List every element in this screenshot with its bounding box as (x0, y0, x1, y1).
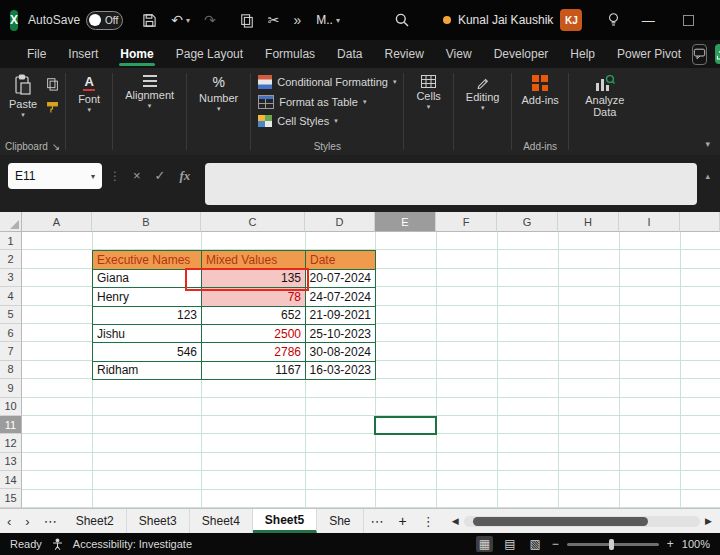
excel-logo-icon[interactable]: X (10, 10, 18, 31)
conditional-formatting-menu[interactable]: Conditional Formatting ▾ (254, 74, 400, 90)
column-header-B[interactable]: B (92, 212, 201, 232)
share-button[interactable] (715, 44, 720, 64)
selected-cell-E11[interactable] (374, 416, 437, 436)
collapse-formula-bar-icon[interactable]: ▴ (705, 171, 710, 181)
table-header-date[interactable]: Date (306, 251, 376, 269)
cell-C3[interactable]: 135 (202, 270, 306, 288)
cell-B3[interactable]: Giana (93, 270, 202, 288)
cell-B8[interactable]: Ridham (93, 362, 202, 380)
enter-icon[interactable]: ✓ (155, 168, 166, 183)
cells-area[interactable]: Executive Names Mixed Values Date Giana … (22, 232, 720, 508)
user-account[interactable]: Kunal Jai Kaushik KJ (443, 9, 582, 31)
name-box-dropdown-icon[interactable]: ▾ (91, 172, 95, 181)
row-header-4[interactable]: 4 (0, 287, 22, 305)
cell-styles-menu[interactable]: Cell Styles ▾ (254, 114, 400, 128)
sheet-tab-sheet5-active[interactable]: Sheet5 (253, 509, 317, 533)
cell-D3[interactable]: 20-07-2024 (306, 270, 376, 288)
cell-D4[interactable]: 24-07-2024 (306, 288, 376, 306)
formula-input[interactable] (205, 163, 697, 205)
redo-icon[interactable]: ↷ (204, 12, 216, 28)
cell-B7[interactable]: 546 (93, 343, 202, 361)
table-header-mixed-values[interactable]: Mixed Values (202, 251, 306, 269)
row-header-5[interactable]: 5 (0, 306, 22, 324)
paste-button[interactable]: Paste ▾ (3, 72, 43, 120)
tab-data[interactable]: Data (326, 40, 373, 68)
insert-function-icon[interactable]: fx (180, 168, 191, 184)
select-all-corner[interactable] (0, 212, 22, 232)
tab-file[interactable]: File (16, 40, 57, 68)
copy-icon[interactable] (240, 13, 254, 28)
cancel-icon[interactable]: × (133, 168, 141, 183)
page-layout-view-icon[interactable]: ▤ (501, 536, 518, 552)
number-menu-button[interactable]: % Number ▾ (190, 72, 247, 115)
copy-small-icon[interactable] (46, 77, 59, 91)
row-header-6[interactable]: 6 (0, 324, 22, 342)
row-header-8[interactable]: 8 (0, 361, 22, 379)
search-icon[interactable] (394, 12, 410, 28)
alignment-menu-button[interactable]: Alignment ▾ (116, 72, 183, 112)
cell-D8[interactable]: 16-03-2023 (306, 362, 376, 380)
autosave-toggle[interactable]: Off (86, 11, 123, 30)
addins-button[interactable]: Add-ins (515, 72, 564, 108)
sheet-tab-sheet2[interactable]: Sheet2 (64, 509, 127, 533)
column-header-C[interactable]: C (201, 212, 305, 232)
row-header-10[interactable]: 10 (0, 398, 22, 416)
scroll-left-icon[interactable]: ◀ (452, 516, 459, 526)
row-header-9[interactable]: 9 (0, 379, 22, 397)
scroll-right-icon[interactable]: ▶ (705, 516, 712, 526)
row-header-15[interactable]: 15 (0, 489, 22, 507)
tab-help[interactable]: Help (559, 40, 606, 68)
cell-C8[interactable]: 1167 (202, 362, 306, 380)
name-box[interactable]: E11 ▾ (8, 163, 102, 189)
cell-B6[interactable]: Jishu (93, 325, 202, 343)
undo-dropdown-icon[interactable]: ▾ (186, 16, 190, 25)
cell-C5[interactable]: 652 (202, 307, 306, 325)
scrollbar-track[interactable] (464, 516, 700, 527)
close-button[interactable]: × (708, 0, 720, 40)
analyze-data-button[interactable]: Analyze Data (572, 72, 638, 120)
row-header-12[interactable]: 12 (0, 434, 22, 452)
zoom-slider[interactable] (567, 543, 659, 546)
zoom-level[interactable]: 100% (682, 538, 710, 550)
tab-review[interactable]: Review (373, 40, 434, 68)
cell-D5[interactable]: 21-09-2021 (306, 307, 376, 325)
horizontal-scrollbar[interactable]: ◀ ▶ (452, 509, 712, 533)
tab-page-layout[interactable]: Page Layout (165, 40, 254, 68)
undo-icon[interactable]: ↶ ▾ (171, 12, 190, 28)
tab-insert[interactable]: Insert (57, 40, 109, 68)
comments-button[interactable] (692, 44, 707, 65)
row-header-3[interactable]: 3 (0, 269, 22, 287)
row-header-7[interactable]: 7 (0, 342, 22, 360)
maximize-button[interactable] (668, 0, 708, 40)
tab-home[interactable]: Home (109, 40, 164, 68)
paste-dropdown-icon[interactable]: ▾ (21, 112, 25, 118)
zoom-out-icon[interactable]: − (552, 537, 559, 551)
add-sheet-icon[interactable]: + (391, 509, 415, 533)
sheet-tab-sheet4[interactable]: Sheet4 (190, 509, 253, 533)
cell-C4[interactable]: 78 (202, 288, 306, 306)
cell-D6[interactable]: 25-10-2023 (306, 325, 376, 343)
column-header-I[interactable]: I (619, 212, 680, 232)
collapse-ribbon-icon[interactable]: ▾ (705, 139, 710, 149)
column-header-E[interactable]: E (375, 212, 436, 232)
tab-power-pivot[interactable]: Power Pivot (606, 40, 692, 68)
page-break-view-icon[interactable]: ▧ (526, 536, 543, 552)
more-commands-icon[interactable]: » (293, 12, 301, 28)
quick-menu-dropdown[interactable]: M.. ▾ (316, 13, 340, 27)
lightbulb-icon[interactable] (606, 12, 621, 28)
tab-view[interactable]: View (435, 40, 483, 68)
format-painter-icon[interactable] (46, 101, 59, 114)
cell-B4[interactable]: Henry (93, 288, 202, 306)
column-header-G[interactable]: G (497, 212, 558, 232)
tab-formulas[interactable]: Formulas (254, 40, 326, 68)
row-header-11[interactable]: 11 (0, 416, 22, 434)
row-header-14[interactable]: 14 (0, 471, 22, 489)
sheet-nav-next-icon[interactable]: › (18, 509, 36, 533)
format-as-table-menu[interactable]: Format as Table ▾ (254, 94, 400, 110)
more-sheets-icon[interactable]: ⋯ (364, 509, 391, 533)
accessibility-status[interactable]: Accessibility: Investigate (73, 538, 192, 550)
row-header-1[interactable]: 1 (0, 232, 22, 250)
cell-C7[interactable]: 2786 (202, 343, 306, 361)
zoom-in-icon[interactable]: + (667, 537, 674, 551)
column-header-D[interactable]: D (305, 212, 375, 232)
